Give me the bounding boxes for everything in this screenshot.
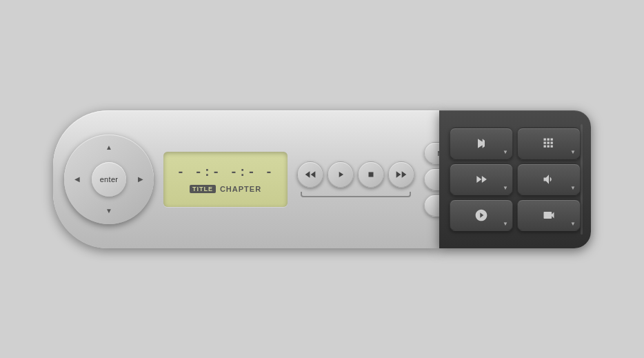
up-arrow-icon <box>105 143 112 151</box>
left-arrow-icon <box>74 175 80 183</box>
dropdown-arrow-icon: ▼ <box>503 149 508 155</box>
dpad-up-button[interactable] <box>97 137 121 158</box>
remote-left-panel: enter - -:- -:- - TITLE CHAPTER <box>53 110 439 248</box>
play-step-button[interactable]: ▼ <box>450 128 513 159</box>
chapter-badge: CHAPTER <box>220 185 261 193</box>
rewind-button[interactable] <box>297 161 323 188</box>
dpad-control: enter <box>64 135 154 224</box>
transport-bracket <box>301 192 411 197</box>
enter-button[interactable]: enter <box>92 162 126 197</box>
remote-right-panel: ▼ ▼ ▼ ▼ <box>439 110 591 248</box>
dropdown-arrow-icon: ▼ <box>570 185 576 191</box>
fast-forward-button[interactable] <box>388 161 414 188</box>
play-button[interactable] <box>328 161 354 188</box>
lcd-display: - -:- -:- - TITLE CHAPTER <box>163 152 288 207</box>
right-button-grid: ▼ ▼ ▼ ▼ <box>450 128 581 231</box>
slow-motion-button[interactable]: ▼ <box>450 199 513 231</box>
dvd-remote: enter - -:- -:- - TITLE CHAPTER <box>53 110 591 248</box>
dropdown-arrow-icon: ▼ <box>503 221 508 227</box>
title-badge: TITLE <box>190 185 216 193</box>
transport-controls <box>297 161 414 197</box>
lcd-time: - -:- -:- - <box>177 166 274 179</box>
camera-button[interactable]: ▼ <box>517 199 581 231</box>
transport-buttons-row <box>297 161 414 188</box>
dropdown-arrow-icon: ▼ <box>570 221 576 227</box>
dropdown-arrow-icon: ▼ <box>570 149 576 155</box>
right-arrow-icon <box>138 175 143 183</box>
dpad-down-button[interactable] <box>97 201 121 221</box>
lcd-badges: TITLE CHAPTER <box>190 185 261 193</box>
dpad-right-button[interactable] <box>130 167 151 192</box>
down-arrow-icon <box>105 207 112 215</box>
enter-label: enter <box>100 175 119 183</box>
right-divider <box>581 124 583 235</box>
stop-button[interactable] <box>358 161 384 188</box>
grid-button[interactable]: ▼ <box>517 128 581 159</box>
dpad-left-button[interactable] <box>67 167 88 192</box>
step-forward-button[interactable]: ▼ <box>450 163 513 195</box>
dropdown-arrow-icon: ▼ <box>503 185 508 191</box>
audio-button[interactable]: ▼ <box>517 163 581 195</box>
svg-rect-0 <box>369 172 374 177</box>
